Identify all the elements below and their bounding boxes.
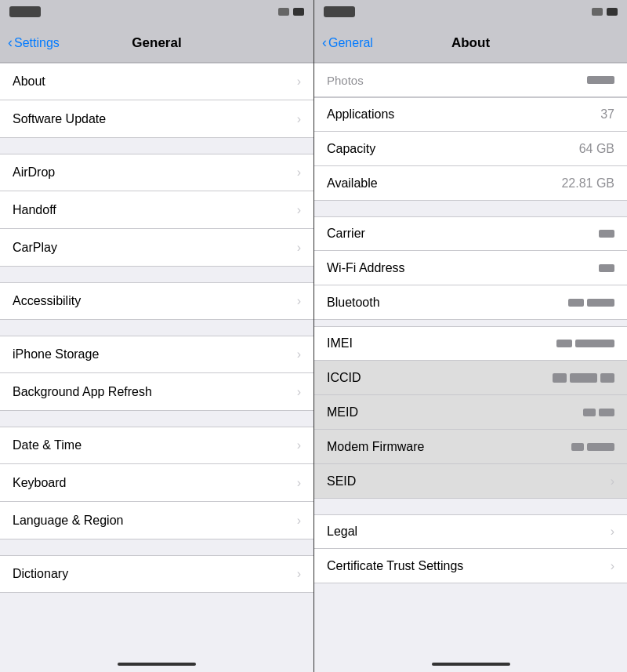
right-meid-blur1: [583, 409, 596, 416]
right-legal-chevron: ›: [611, 525, 614, 539]
right-item-seid[interactable]: SEID ›: [314, 464, 627, 499]
right-item-available[interactable]: Available 22.81 GB: [314, 166, 627, 201]
right-item-applications[interactable]: Applications 37: [314, 97, 627, 132]
left-airdrop-right: ›: [297, 165, 301, 180]
right-photos-right: [587, 76, 614, 84]
right-modem-blur1: [571, 443, 584, 451]
left-software-update-chevron: ›: [297, 112, 301, 126]
right-phone-panel: ‹ General About Photos Applications 37: [314, 0, 627, 672]
right-applications-value: 37: [600, 107, 614, 122]
right-imei-blur1: [556, 340, 572, 347]
left-back-label[interactable]: Settings: [14, 36, 60, 50]
right-bottom-space: [314, 583, 627, 607]
left-carplay-label: CarPlay: [13, 241, 57, 255]
left-item-accessibility[interactable]: Accessibility ›: [0, 282, 314, 320]
right-item-modem-firmware[interactable]: Modem Firmware: [314, 430, 627, 464]
left-dictionary-right: ›: [297, 567, 301, 581]
left-item-airdrop[interactable]: AirDrop ›: [0, 154, 314, 191]
right-item-wifi-address[interactable]: Wi-Fi Address: [314, 251, 627, 285]
right-item-meid[interactable]: MEID: [314, 395, 627, 430]
left-handoff-right: ›: [297, 203, 301, 217]
left-gap-5: [0, 539, 314, 555]
left-item-dictionary[interactable]: Dictionary ›: [0, 555, 314, 593]
left-item-about[interactable]: About ›: [0, 63, 314, 100]
left-about-right: ›: [297, 74, 301, 89]
left-airdrop-chevron: ›: [297, 165, 301, 180]
right-meid-blurred: [583, 409, 614, 416]
right-certificate-trust-right: ›: [611, 559, 614, 573]
right-certificate-trust-label: Certificate Trust Settings: [327, 559, 463, 573]
right-meid-blur2: [599, 409, 614, 416]
left-nav-bar: ‹ Settings General: [0, 24, 314, 63]
left-item-carplay[interactable]: CarPlay ›: [0, 229, 314, 267]
right-item-legal[interactable]: Legal ›: [314, 514, 627, 549]
right-item-certificate-trust[interactable]: Certificate Trust Settings ›: [314, 549, 627, 583]
left-group-3: Accessibility ›: [0, 282, 314, 320]
left-iphone-storage-right: ›: [297, 347, 301, 361]
right-group-top: Photos: [314, 63, 627, 97]
right-carrier-blur: [599, 230, 614, 238]
right-capacity-value: 64 GB: [579, 142, 614, 156]
left-accessibility-chevron: ›: [297, 294, 301, 308]
left-home-bar: [118, 663, 196, 666]
left-carplay-right: ›: [297, 241, 301, 255]
left-about-label: About: [13, 74, 45, 89]
right-wifi-address-label: Wi-Fi Address: [327, 261, 405, 275]
right-signal-icon: [592, 8, 603, 16]
right-item-carrier[interactable]: Carrier: [314, 216, 627, 251]
left-signal-icon: [278, 8, 289, 16]
left-software-update-label: Software Update: [13, 112, 106, 126]
right-back-button[interactable]: ‹ General: [322, 35, 373, 51]
right-modem-firmware-right: [571, 443, 614, 451]
left-group-2: AirDrop › Handoff › CarPlay ›: [0, 154, 314, 267]
left-item-date-time[interactable]: Date & Time ›: [0, 427, 314, 464]
right-item-photos[interactable]: Photos: [314, 63, 627, 97]
left-item-iphone-storage[interactable]: iPhone Storage ›: [0, 336, 314, 373]
right-iccid-blur2: [570, 373, 597, 383]
right-home-indicator: [314, 656, 627, 672]
right-photos-label: Photos: [327, 74, 364, 87]
right-certificate-trust-chevron: ›: [611, 559, 614, 573]
left-keyboard-right: ›: [297, 476, 301, 490]
right-item-iccid[interactable]: ICCID: [314, 361, 627, 395]
right-meid-right: [583, 409, 614, 416]
right-back-label[interactable]: General: [328, 36, 373, 50]
right-wifi-blurred: [599, 264, 614, 272]
right-gap-3: [314, 499, 627, 514]
right-item-imei[interactable]: IMEI: [314, 326, 627, 361]
left-item-software-update[interactable]: Software Update ›: [0, 100, 314, 138]
right-gap-1: [314, 201, 627, 216]
left-item-handoff[interactable]: Handoff ›: [0, 191, 314, 229]
right-carrier-blurred: [599, 230, 614, 238]
right-time-block: [324, 6, 355, 17]
right-item-capacity[interactable]: Capacity 64 GB: [314, 132, 627, 166]
left-iphone-storage-chevron: ›: [297, 347, 301, 361]
left-item-background-app-refresh[interactable]: Background App Refresh ›: [0, 373, 314, 411]
left-status-bar: [0, 0, 314, 24]
right-item-bluetooth[interactable]: Bluetooth: [314, 285, 627, 320]
right-iccid-blur3: [600, 373, 614, 383]
left-background-app-refresh-right: ›: [297, 385, 301, 399]
right-iccid-blur1: [553, 373, 567, 383]
right-status-icons: [592, 8, 618, 16]
left-back-chevron-icon: ‹: [8, 35, 13, 51]
right-seid-label: SEID: [327, 474, 356, 489]
left-gap-3: [0, 320, 314, 336]
left-back-button[interactable]: ‹ Settings: [8, 35, 60, 51]
right-imei-blur2: [575, 340, 614, 347]
right-iccid-blurred: [553, 373, 614, 383]
right-carrier-right: [599, 230, 614, 238]
left-item-language-region[interactable]: Language & Region ›: [0, 502, 314, 539]
right-group-3: IMEI ICCID: [314, 326, 627, 499]
left-accessibility-label: Accessibility: [13, 294, 81, 308]
right-modem-blur2: [587, 443, 614, 451]
right-imei-blurred: [556, 340, 614, 347]
right-modem-firmware-label: Modem Firmware: [327, 440, 424, 454]
right-about-list: Photos Applications 37 Capacity 64 GB: [314, 63, 627, 656]
right-photos-value-blurred: [587, 76, 614, 84]
left-handoff-label: Handoff: [13, 203, 56, 217]
left-item-keyboard[interactable]: Keyboard ›: [0, 464, 314, 502]
right-legal-right: ›: [611, 525, 614, 539]
right-home-bar: [432, 663, 510, 666]
right-wifi-address-right: [599, 264, 614, 272]
